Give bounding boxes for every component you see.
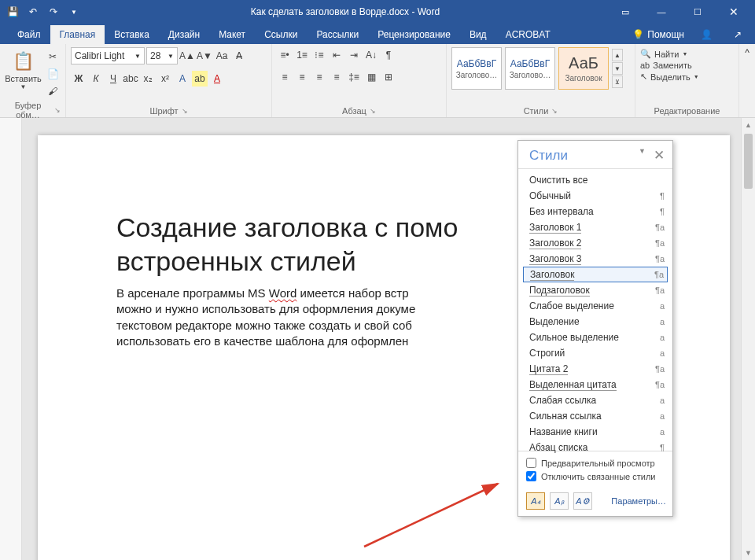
style-item[interactable]: Выделенная цитата¶a <box>518 377 672 392</box>
tab-references[interactable]: Ссылки <box>255 25 307 44</box>
font-color-icon[interactable]: A <box>209 71 225 87</box>
redo-icon[interactable]: ↷ <box>44 2 63 21</box>
borders-icon[interactable]: ⊞ <box>381 69 396 85</box>
styles-row-up-icon[interactable]: ▲ <box>612 49 623 61</box>
font-size-combo[interactable]: 28▼ <box>146 47 178 64</box>
cut-icon[interactable]: ✂ <box>45 49 61 64</box>
tab-design[interactable]: Дизайн <box>159 25 209 44</box>
shading-icon[interactable]: ▦ <box>363 69 379 85</box>
style-item[interactable]: Заголовок¶a <box>523 267 668 282</box>
bold-button[interactable]: Ж <box>71 71 87 87</box>
shrink-font-icon[interactable]: A▼ <box>197 48 212 64</box>
style-item[interactable]: Цитата 2¶a <box>518 361 672 377</box>
styles-list[interactable]: Очистить всеОбычный¶Без интервала¶Заголо… <box>518 168 672 451</box>
indent-inc-icon[interactable]: ⇥ <box>346 47 362 63</box>
subscript-button[interactable]: x₂ <box>140 71 156 87</box>
text-effects-icon[interactable]: A <box>175 71 190 87</box>
preview-checkbox[interactable]: Предварительный просмотр <box>526 456 665 470</box>
new-style-button[interactable]: A₄ <box>526 492 545 510</box>
style-heading1[interactable]: АаБбВвГЗаголово… <box>451 47 502 90</box>
manage-styles-button[interactable]: A⚙ <box>573 492 592 510</box>
bullets-icon[interactable]: ≡• <box>277 47 293 63</box>
tab-file[interactable]: Файл <box>8 25 50 44</box>
tab-view[interactable]: Вид <box>460 25 496 44</box>
sort-icon[interactable]: A↓ <box>363 47 379 63</box>
clear-format-icon[interactable]: A̶ <box>231 48 247 64</box>
style-heading2[interactable]: АаБбВвГЗаголово… <box>505 47 555 90</box>
pane-menu-icon[interactable]: ▼ <box>639 147 646 164</box>
tell-me[interactable]: 💡Помощн <box>632 29 684 40</box>
styles-more-icon[interactable]: ⊻ <box>612 76 623 88</box>
paragraph-launcher-icon[interactable]: ↘ <box>370 107 376 115</box>
select-button[interactable]: ↖Выделить▼ <box>640 72 699 82</box>
style-item[interactable]: Очистить все <box>518 172 672 188</box>
tab-review[interactable]: Рецензирование <box>368 25 460 44</box>
tab-acrobat[interactable]: ACROBAT <box>496 25 560 44</box>
strike-button[interactable]: abc <box>123 71 138 87</box>
scroll-up-icon[interactable]: ▲ <box>742 118 755 132</box>
style-item[interactable]: Строгийa <box>518 345 672 361</box>
share-icon[interactable]: ↗ <box>728 25 747 44</box>
font-launcher-icon[interactable]: ↘ <box>182 107 188 115</box>
replace-button[interactable]: abЗаменить <box>640 61 699 70</box>
styles-options-link[interactable]: Параметры… <box>611 496 666 506</box>
tab-mailings[interactable]: Рассылки <box>307 25 368 44</box>
indent-dec-icon[interactable]: ⇤ <box>329 47 344 63</box>
align-right-icon[interactable]: ≡ <box>311 69 327 85</box>
styles-row-down-icon[interactable]: ▼ <box>612 62 623 75</box>
style-item[interactable]: Слабое выделениеa <box>518 298 672 314</box>
style-item[interactable]: Сильное выделениеa <box>518 330 672 345</box>
save-icon[interactable]: 💾 <box>3 2 22 21</box>
style-item[interactable]: Заголовок 2¶a <box>518 235 672 251</box>
style-item[interactable]: Обычный¶ <box>518 188 672 204</box>
font-name-combo[interactable]: Calibri Light▼ <box>71 47 145 64</box>
align-center-icon[interactable]: ≡ <box>294 69 310 85</box>
preview-check-input[interactable] <box>526 458 536 468</box>
align-left-icon[interactable]: ≡ <box>277 69 293 85</box>
justify-icon[interactable]: ≡ <box>329 69 344 85</box>
document-area[interactable]: Создание заголовка с помо встроенных сти… <box>22 118 755 560</box>
superscript-button[interactable]: x² <box>157 71 173 87</box>
paste-button[interactable]: 📋 Вставить ▼ <box>5 47 42 92</box>
maximize-icon[interactable]: ☐ <box>680 0 716 24</box>
pane-close-icon[interactable]: ✕ <box>654 147 665 164</box>
qat-customize-icon[interactable]: ▼ <box>64 2 83 21</box>
style-inspector-button[interactable]: Aᵦ <box>550 492 569 510</box>
style-item[interactable]: Заголовок 3¶a <box>518 251 672 267</box>
tab-layout[interactable]: Макет <box>209 25 255 44</box>
style-item[interactable]: Подзаголовок¶a <box>518 282 672 298</box>
scroll-down-icon[interactable]: ▼ <box>742 546 755 560</box>
vertical-scrollbar[interactable]: ▲ ▼ <box>741 118 755 560</box>
undo-icon[interactable]: ↶ <box>24 2 42 21</box>
style-item[interactable]: Сильная ссылкаa <box>518 408 672 424</box>
scroll-thumb[interactable] <box>744 134 753 189</box>
ribbon-display-icon[interactable]: ▭ <box>607 0 643 24</box>
change-case-icon[interactable]: Aa <box>214 48 230 64</box>
style-item[interactable]: Название книгиa <box>518 424 672 440</box>
account-icon[interactable]: 👤 <box>697 25 716 44</box>
highlight-icon[interactable]: ab <box>192 71 208 87</box>
disable-linked-checkbox[interactable]: Отключить связанные стили <box>526 470 665 483</box>
grow-font-icon[interactable]: A▲ <box>179 48 195 64</box>
disable-linked-input[interactable] <box>526 471 536 481</box>
close-icon[interactable]: ✕ <box>716 0 752 24</box>
styles-launcher-icon[interactable]: ↘ <box>551 107 558 115</box>
style-item[interactable]: Слабая ссылкаa <box>518 392 672 408</box>
style-item[interactable]: Заголовок 1¶a <box>518 219 672 235</box>
clipboard-launcher-icon[interactable]: ↘ <box>54 106 61 114</box>
style-item[interactable]: Выделениеa <box>518 314 672 330</box>
line-spacing-icon[interactable]: ‡≡ <box>346 69 362 85</box>
tab-insert[interactable]: Вставка <box>105 25 159 44</box>
minimize-icon[interactable]: — <box>643 0 680 24</box>
copy-icon[interactable]: 📄 <box>45 66 61 82</box>
tab-home[interactable]: Главная <box>50 25 105 44</box>
italic-button[interactable]: К <box>88 71 104 87</box>
multilevel-icon[interactable]: ⁝≡ <box>311 47 327 63</box>
format-painter-icon[interactable]: 🖌 <box>45 83 61 99</box>
numbering-icon[interactable]: 1≡ <box>294 47 310 63</box>
show-marks-icon[interactable]: ¶ <box>381 47 396 63</box>
style-title[interactable]: АаБЗаголовок <box>558 47 609 90</box>
style-item[interactable]: Без интервала¶ <box>518 204 672 219</box>
collapse-ribbon-icon[interactable]: ^ <box>739 44 755 117</box>
underline-button[interactable]: Ч <box>105 71 121 87</box>
